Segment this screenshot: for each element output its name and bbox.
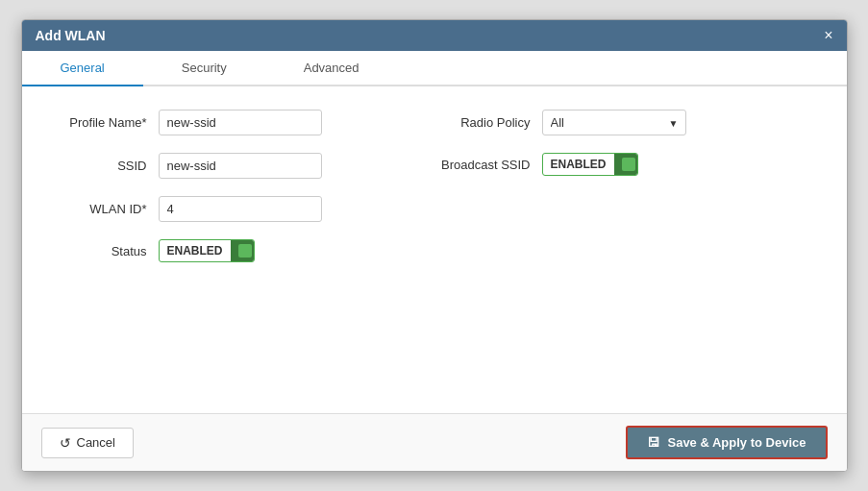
tab-security[interactable]: Security: [143, 51, 265, 86]
dialog-footer: Cancel Save & Apply to Device: [22, 413, 847, 471]
form-right: Radio Policy All 2.4 GHz 5 GHz ▼ Broadca…: [434, 110, 818, 262]
ssid-label: SSID: [51, 159, 147, 173]
wlan-id-row: WLAN ID*: [51, 196, 434, 222]
radio-policy-label: Radio Policy: [434, 115, 531, 130]
status-label: Status: [51, 244, 147, 258]
form-left: Profile Name* SSID WLAN ID* Status ENABL…: [51, 110, 434, 262]
ssid-input[interactable]: [159, 153, 322, 179]
cancel-label: Cancel: [77, 435, 115, 450]
wlan-id-label: WLAN ID*: [51, 202, 147, 216]
save-label: Save & Apply to Device: [667, 435, 806, 450]
broadcast-ssid-green-square: [622, 158, 635, 171]
tab-advanced[interactable]: Advanced: [265, 51, 398, 86]
dialog-header: Add WLAN ×: [22, 20, 847, 51]
wlan-id-input[interactable]: [159, 196, 322, 222]
broadcast-ssid-label: Broadcast SSID: [434, 158, 531, 172]
close-button[interactable]: ×: [824, 28, 832, 43]
radio-policy-row: Radio Policy All 2.4 GHz 5 GHz ▼: [434, 110, 818, 135]
save-icon: [647, 435, 659, 450]
status-value: ENABLED: [160, 240, 231, 261]
profile-name-row: Profile Name*: [51, 110, 434, 135]
undo-icon: [60, 435, 71, 451]
broadcast-ssid-indicator: [614, 154, 638, 175]
ssid-row: SSID: [51, 153, 434, 179]
radio-policy-select[interactable]: All 2.4 GHz 5 GHz: [542, 110, 686, 135]
broadcast-ssid-row: Broadcast SSID ENABLED: [434, 153, 818, 176]
dialog-body: Profile Name* SSID WLAN ID* Status ENABL…: [22, 86, 847, 413]
broadcast-ssid-toggle[interactable]: ENABLED: [542, 153, 638, 176]
tab-general[interactable]: General: [22, 51, 143, 86]
broadcast-ssid-value: ENABLED: [543, 154, 614, 175]
status-toggle-indicator: [231, 240, 255, 261]
cancel-button[interactable]: Cancel: [41, 428, 134, 458]
dialog-title: Add WLAN: [36, 28, 106, 43]
status-row: Status ENABLED: [51, 239, 434, 262]
form-grid: Profile Name* SSID WLAN ID* Status ENABL…: [51, 110, 818, 262]
add-wlan-dialog: Add WLAN × General Security Advanced Pro…: [21, 19, 848, 472]
status-green-square: [238, 244, 252, 258]
radio-policy-select-wrap: All 2.4 GHz 5 GHz ▼: [542, 110, 686, 135]
profile-name-label: Profile Name*: [51, 115, 147, 130]
status-toggle[interactable]: ENABLED: [159, 239, 255, 262]
profile-name-input[interactable]: [159, 110, 322, 135]
save-apply-button[interactable]: Save & Apply to Device: [626, 426, 827, 459]
tab-bar: General Security Advanced: [22, 51, 847, 86]
